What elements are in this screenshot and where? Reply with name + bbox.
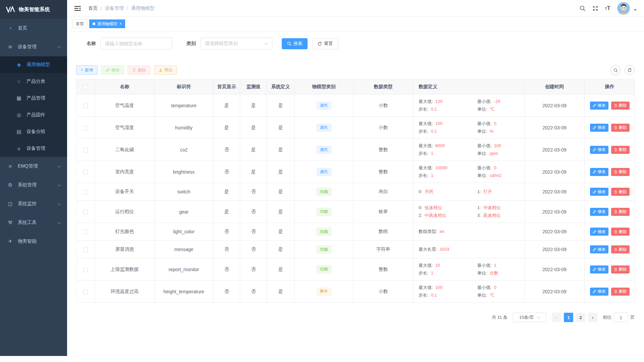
- sidebar-item-emq[interactable]: ⨯ EMQ管理: [0, 157, 67, 176]
- sidebar-item-product-management[interactable]: ▦ 产品管理: [0, 90, 67, 107]
- row-edit-button[interactable]: 修改: [590, 288, 608, 296]
- spec-label: 单位:: [477, 292, 487, 298]
- add-button[interactable]: + 新增: [76, 65, 98, 75]
- page-button-1[interactable]: 1: [564, 313, 573, 322]
- row-checkbox[interactable]: [83, 210, 88, 215]
- page-button-2[interactable]: 2: [576, 313, 585, 322]
- row-delete-button[interactable]: 删除: [611, 188, 630, 196]
- row-checkbox[interactable]: [83, 190, 88, 194]
- name-filter-label: 名称: [87, 41, 96, 47]
- breadcrumb-home[interactable]: 首页: [88, 5, 98, 11]
- sidebar-item-label: 产品管理: [26, 95, 45, 101]
- sidebar-item-system-monitor[interactable]: ◫ 系统监控: [0, 194, 67, 213]
- delete-button[interactable]: 删除: [127, 65, 151, 75]
- row-delete-button[interactable]: 删除: [611, 265, 630, 274]
- sidebar-item-home[interactable]: ◔ 首页: [0, 19, 67, 38]
- fullscreen-icon[interactable]: [592, 5, 598, 11]
- row-delete-button[interactable]: 删除: [611, 288, 630, 296]
- row-edit-button[interactable]: 修改: [590, 208, 608, 216]
- spec-pair: 单位:次数: [477, 270, 519, 276]
- refresh-button[interactable]: [625, 65, 635, 75]
- sidebar-toggle-icon[interactable]: [74, 6, 81, 11]
- category-tag: 属性: [317, 102, 331, 110]
- row-edit-button[interactable]: 修改: [590, 245, 608, 253]
- font-size-icon[interactable]: TT: [605, 5, 611, 12]
- row-checkbox[interactable]: [83, 247, 88, 252]
- row-delete-button[interactable]: 删除: [611, 146, 630, 154]
- row-delete-button[interactable]: 删除: [611, 102, 630, 110]
- breadcrumb-device-management[interactable]: 设备管理: [105, 5, 124, 11]
- row-edit-button[interactable]: 修改: [590, 168, 608, 176]
- export-button[interactable]: 导出: [154, 65, 177, 75]
- row-edit-button[interactable]: 修改: [590, 146, 608, 154]
- goto-page-input[interactable]: [613, 313, 628, 322]
- cell-data-type: 整数: [354, 139, 413, 161]
- row-checkbox[interactable]: [83, 170, 88, 175]
- reset-button[interactable]: 重置: [312, 38, 338, 49]
- row-delete-button[interactable]: 删除: [611, 124, 630, 132]
- sidebar-item-device-management[interactable]: ≋ 设备管理: [0, 38, 67, 56]
- category-filter-select[interactable]: 请选择模型类别: [200, 38, 272, 50]
- send-icon: ✈: [7, 238, 13, 244]
- row-edit-button[interactable]: 修改: [590, 188, 608, 196]
- sidebar-item-device-list[interactable]: ≡ 设备管理: [0, 140, 67, 157]
- breadcrumb-current: 通用物模型: [131, 5, 155, 11]
- sidebar-item-system-management[interactable]: ⚙ 系统管理: [0, 176, 67, 194]
- row-checkbox[interactable]: [83, 104, 88, 108]
- row-edit-button[interactable]: 修改: [590, 228, 608, 236]
- edit-button[interactable]: 修改: [101, 65, 124, 75]
- row-checkbox[interactable]: [83, 126, 88, 130]
- cell-name: 屏显消息: [95, 241, 155, 258]
- select-all-checkbox[interactable]: [83, 85, 88, 89]
- row-edit-button[interactable]: 修改: [590, 265, 608, 274]
- page-content: 名称 类别 请选择模型类别 搜索: [67, 31, 644, 322]
- table-body: 空气温度 temperature 是 是 是 属性 小数 最大值:120最小值:…: [76, 95, 635, 303]
- logo-bar[interactable]: 物美智能系统: [0, 0, 67, 19]
- row-delete-button[interactable]: 删除: [611, 245, 630, 253]
- sidebar-item-product-category[interactable]: ⑂ 产品分类: [0, 73, 67, 90]
- row-delete-button[interactable]: 删除: [611, 168, 630, 176]
- name-filter-input[interactable]: [100, 38, 172, 50]
- sidebar-item-device-group[interactable]: ▤ 设备分组: [0, 123, 67, 140]
- close-icon[interactable]: ×: [119, 22, 122, 26]
- spec-pair: 1:中速档位: [477, 205, 519, 211]
- chevron-down-icon: [58, 165, 61, 168]
- row-edit-button[interactable]: 修改: [590, 102, 608, 110]
- sidebar-item-system-tools[interactable]: ⚒ 系统工具: [0, 213, 67, 232]
- search-button[interactable]: 搜索: [282, 38, 308, 49]
- avatar[interactable]: [617, 2, 630, 15]
- sidebar-item-thing-model[interactable]: ◈ 通用物模型: [0, 56, 67, 73]
- row-edit-label: 修改: [598, 229, 606, 235]
- spec-label: 最小值:: [477, 99, 492, 105]
- data-definition: 最大值:100最小值:0步长:0.1单位:℃: [419, 285, 519, 298]
- tab-home[interactable]: 首页: [72, 19, 87, 28]
- caret-down-icon[interactable]: [634, 9, 637, 12]
- row-edit-button[interactable]: 修改: [590, 124, 608, 132]
- sidebar-item-wumei-smart[interactable]: ✈ 物美智能: [0, 232, 67, 251]
- prev-page-button[interactable]: ‹: [552, 313, 561, 322]
- page-size-select[interactable]: 10条/页: [513, 313, 546, 322]
- toggle-search-button[interactable]: [610, 65, 621, 75]
- spec-label: 最小值:: [477, 165, 492, 171]
- sidebar-item-label: 设备管理: [26, 145, 45, 152]
- chevron-down-icon: [58, 221, 61, 224]
- row-delete-button[interactable]: 删除: [611, 208, 630, 216]
- tab-thing-model[interactable]: 通用物模型 ×: [89, 19, 125, 28]
- emq-icon: ⨯: [7, 163, 13, 169]
- row-checkbox[interactable]: [83, 148, 88, 153]
- sidebar-menu: ◔ 首页 ≋ 设备管理 ◈ 通用物模型 ⑂ 产品分类 ▦ 产品管理: [0, 19, 67, 251]
- cell-identifier: light_color: [155, 223, 213, 241]
- row-edit-label: 修改: [598, 266, 606, 272]
- next-page-button[interactable]: ›: [588, 313, 597, 322]
- spec-value: 中高速档位: [425, 213, 446, 219]
- row-checkbox[interactable]: [83, 267, 88, 272]
- cell-data-type: 整数: [354, 161, 413, 183]
- search-icon[interactable]: [580, 5, 586, 11]
- trash-icon: [614, 267, 618, 271]
- row-checkbox[interactable]: [83, 290, 88, 294]
- sidebar-item-product-firmware[interactable]: ◎ 产品固件: [0, 107, 67, 123]
- row-checkbox[interactable]: [83, 230, 88, 234]
- cell-created-time: 2022-03-09: [525, 161, 585, 183]
- spec-label: 最大值:: [419, 121, 433, 127]
- row-delete-button[interactable]: 删除: [611, 228, 630, 236]
